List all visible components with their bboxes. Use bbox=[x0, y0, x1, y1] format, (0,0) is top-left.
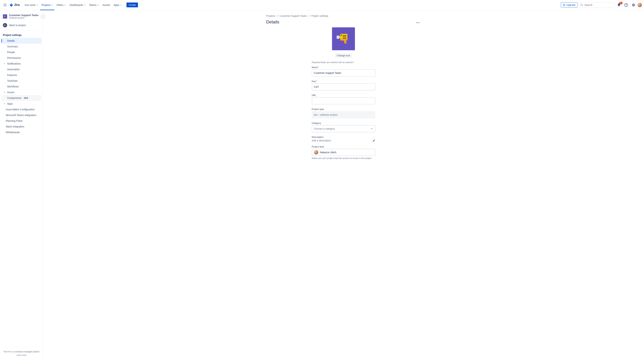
sidebar-collapse-button[interactable] bbox=[41, 14, 45, 18]
breadcrumb-item[interactable]: Customer Support Tasks bbox=[280, 14, 307, 17]
sidebar-item-label: People bbox=[7, 51, 15, 54]
svg-rect-26 bbox=[343, 38, 346, 39]
sidebar-item-label: Issue Matrix Configuration bbox=[6, 108, 35, 111]
sidebar-item-issue-matrix-configuration[interactable]: Issue Matrix Configuration bbox=[2, 107, 42, 112]
svg-marker-21 bbox=[339, 35, 340, 39]
category-label: Category bbox=[312, 122, 375, 124]
back-to-project-link[interactable]: Back to project bbox=[0, 21, 43, 29]
settings-button[interactable] bbox=[630, 2, 636, 8]
project-name: Customer Support Tasks bbox=[9, 14, 38, 17]
nav-item-your-work[interactable]: Your work bbox=[23, 2, 39, 7]
notification-badge: 9+ bbox=[619, 2, 622, 4]
sidebar-item-label: Automation bbox=[7, 68, 20, 71]
sidebar-item-label: Details bbox=[7, 39, 15, 42]
jira-logo[interactable]: Jira bbox=[8, 3, 20, 7]
top-navigation: Jira Your workProjectsFiltersDashboardsT… bbox=[0, 0, 644, 10]
project-lead-select[interactable]: Natasza Libich bbox=[312, 149, 375, 156]
required-fields-note: Required fields are marked with an aster… bbox=[312, 61, 375, 64]
search-input[interactable] bbox=[579, 2, 615, 8]
page-title: Details bbox=[266, 19, 279, 24]
url-label: URL bbox=[312, 94, 375, 96]
nav-item-filters[interactable]: Filters bbox=[55, 2, 67, 7]
sidebar-item-notifications[interactable]: Notifications bbox=[2, 61, 42, 66]
upgrade-icon bbox=[563, 4, 565, 6]
sidebar-item-components[interactable]: ComponentsNEW bbox=[2, 95, 42, 101]
project-lead-label: Project lead bbox=[312, 146, 375, 148]
sidebar-item-label: Microsoft Teams integration bbox=[6, 114, 36, 117]
more-actions-button[interactable] bbox=[415, 20, 421, 25]
sidebar-item-features[interactable]: Features bbox=[2, 72, 42, 78]
sidebar-item-planning-poker[interactable]: Planning Poker bbox=[2, 118, 42, 124]
app-switcher-icon[interactable] bbox=[2, 2, 8, 8]
description-placeholder[interactable]: Add a description bbox=[312, 139, 371, 142]
nav-item-assets[interactable]: Assets bbox=[101, 2, 112, 7]
svg-rect-27 bbox=[341, 35, 342, 35]
sidebar-item-label: Issues bbox=[7, 91, 14, 94]
url-input[interactable] bbox=[312, 97, 375, 104]
description-label: Description bbox=[312, 136, 375, 138]
help-button[interactable] bbox=[623, 2, 629, 8]
notifications-button[interactable]: 9+ bbox=[616, 2, 622, 8]
sidebar-heading: Project settings bbox=[0, 32, 43, 38]
sidebar: Customer Support Tasks Software project … bbox=[0, 10, 43, 359]
upgrade-label: Upgrade bbox=[566, 3, 576, 6]
sidebar-item-label: Notifications bbox=[7, 62, 21, 65]
nav-item-projects[interactable]: Projects bbox=[40, 2, 54, 7]
lead-help-text: Make sure your project lead has access t… bbox=[312, 157, 375, 159]
svg-point-8 bbox=[6, 6, 6, 6]
profile-avatar[interactable] bbox=[638, 3, 642, 7]
project-type-label: Software project bbox=[9, 17, 38, 19]
key-input[interactable] bbox=[312, 83, 375, 90]
chevron-down-icon bbox=[36, 4, 38, 6]
chevron-right-icon bbox=[4, 63, 6, 64]
breadcrumb-item[interactable]: Project settings bbox=[311, 14, 328, 17]
sidebar-item-toolchain[interactable]: Toolchain bbox=[2, 78, 42, 84]
nav-item-apps[interactable]: Apps bbox=[112, 2, 123, 7]
name-label: Name* bbox=[312, 66, 375, 69]
sidebar-item-apps[interactable]: Apps bbox=[2, 101, 42, 107]
svg-point-5 bbox=[6, 5, 6, 5]
breadcrumb-item[interactable]: Projects bbox=[266, 14, 275, 17]
sidebar-item-microsoft-teams-integration[interactable]: Microsoft Teams integration bbox=[2, 112, 42, 118]
svg-point-7 bbox=[5, 6, 5, 6]
project-type-label: Project type bbox=[312, 108, 375, 110]
sidebar-item-label: Components bbox=[7, 96, 21, 99]
nav-item-dashboards[interactable]: Dashboards bbox=[68, 2, 87, 7]
lead-name: Natasza Libich bbox=[320, 151, 336, 154]
sidebar-item-label: Slack integration bbox=[6, 125, 24, 128]
chevron-down-icon bbox=[4, 103, 6, 105]
chevron-down-icon bbox=[370, 127, 373, 130]
change-icon-button[interactable]: Change icon bbox=[335, 53, 352, 58]
sidebar-item-slack-integration[interactable]: Slack integration bbox=[2, 124, 42, 129]
sidebar-item-whiteboards[interactable]: Whiteboards bbox=[2, 129, 42, 135]
svg-rect-23 bbox=[340, 39, 348, 40]
svg-rect-20 bbox=[337, 35, 339, 39]
sidebar-item-details[interactable]: Details bbox=[2, 38, 42, 44]
chevron-down-icon bbox=[97, 4, 99, 6]
category-select[interactable]: Choose a category bbox=[312, 125, 375, 132]
sidebar-item-automation[interactable]: Automation bbox=[2, 66, 42, 72]
upgrade-button[interactable]: Upgrade bbox=[561, 2, 578, 7]
nav-item-teams[interactable]: Teams bbox=[88, 2, 100, 7]
search-icon bbox=[580, 3, 583, 6]
svg-point-2 bbox=[6, 3, 6, 4]
project-icon-small bbox=[3, 14, 7, 18]
svg-rect-14 bbox=[5, 16, 6, 16]
name-input[interactable] bbox=[312, 69, 375, 76]
sidebar-footer: You're in a company-managed project Lear… bbox=[0, 349, 43, 359]
sidebar-item-issues[interactable]: Issues bbox=[2, 89, 42, 95]
footer-learn-more-link[interactable]: Learn more bbox=[2, 354, 42, 356]
sidebar-item-workflows[interactable]: Workflows bbox=[2, 84, 42, 89]
search-box bbox=[579, 2, 615, 8]
main-content: Projects/Customer Support Tasks/Project … bbox=[43, 10, 644, 359]
svg-point-3 bbox=[4, 5, 4, 5]
sidebar-item-people[interactable]: People bbox=[2, 49, 42, 55]
sidebar-item-permissions[interactable]: Permissions bbox=[2, 55, 42, 61]
chevron-down-icon bbox=[64, 4, 66, 6]
sidebar-item-summary[interactable]: Summary bbox=[2, 44, 42, 49]
svg-rect-24 bbox=[343, 35, 346, 36]
chevron-right-icon bbox=[4, 91, 6, 93]
edit-icon[interactable] bbox=[372, 139, 375, 142]
breadcrumb-separator: / bbox=[309, 14, 310, 17]
create-button[interactable]: Create bbox=[126, 2, 138, 7]
